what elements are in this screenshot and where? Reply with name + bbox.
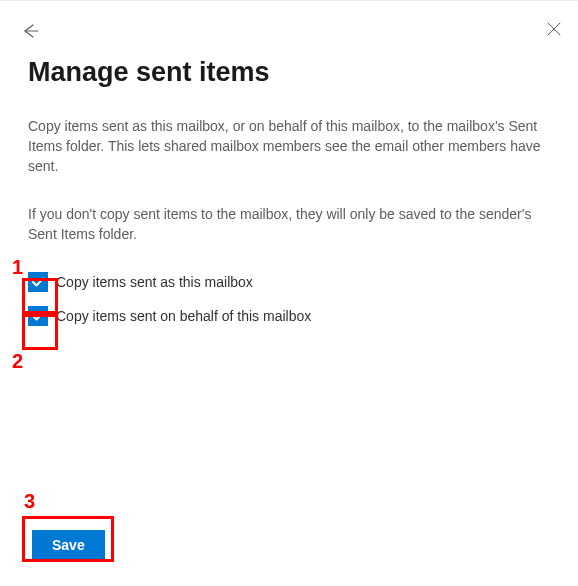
checkmark-icon (31, 309, 45, 323)
checkmark-icon (31, 275, 45, 289)
checkbox-label-copy-sent-on-behalf: Copy items sent on behalf of this mailbo… (56, 308, 311, 324)
description-paragraph-2: If you don't copy sent items to the mail… (28, 204, 550, 244)
close-icon (544, 19, 564, 39)
description-paragraph-1: Copy items sent as this mailbox, or on b… (28, 116, 550, 176)
option-copy-sent-as: Copy items sent as this mailbox (28, 272, 550, 292)
page-title: Manage sent items (28, 57, 550, 88)
panel-header (0, 1, 578, 49)
annotation-number-3: 3 (24, 490, 35, 513)
annotation-number-2: 2 (12, 350, 23, 373)
back-button[interactable] (18, 19, 42, 43)
close-button[interactable] (544, 19, 564, 39)
actions-bar: Save (32, 530, 105, 560)
checkbox-copy-sent-as[interactable] (28, 272, 48, 292)
arrow-left-icon (18, 19, 42, 43)
checkbox-label-copy-sent-as: Copy items sent as this mailbox (56, 274, 253, 290)
checkbox-copy-sent-on-behalf[interactable] (28, 306, 48, 326)
save-button[interactable]: Save (32, 530, 105, 560)
panel-content: Manage sent items Copy items sent as thi… (0, 57, 578, 326)
option-copy-sent-on-behalf: Copy items sent on behalf of this mailbo… (28, 306, 550, 326)
